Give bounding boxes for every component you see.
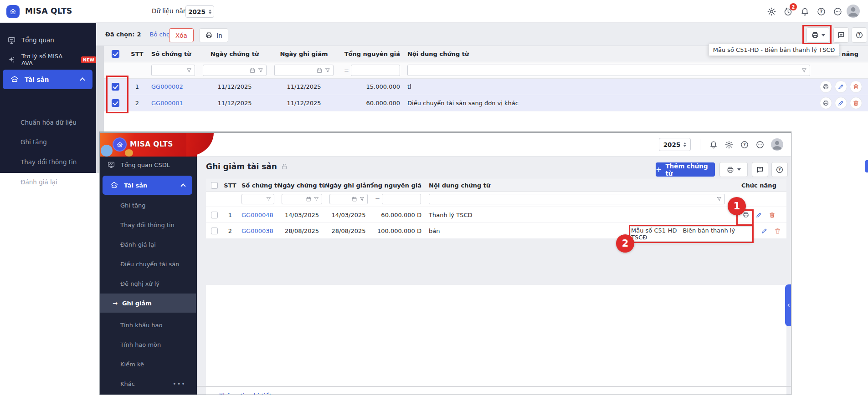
sidebar-sub-danh-gia[interactable]: Đánh giá lại bbox=[0, 172, 96, 192]
inner-app-logo-icon bbox=[113, 137, 127, 152]
svg-text:?: ? bbox=[779, 167, 781, 172]
inner-sub-thay-doi[interactable]: Thay đổi thông tin bbox=[100, 215, 196, 235]
print-dropdown-button[interactable] bbox=[806, 27, 829, 43]
inner-print-dropdown-button[interactable] bbox=[719, 162, 748, 177]
inner-sub-tinh-hao-mon[interactable]: Tính hao mòn bbox=[100, 335, 196, 354]
inner-settings-icon[interactable] bbox=[724, 139, 734, 150]
filter-ngay-ghi-giam[interactable] bbox=[329, 194, 368, 204]
voucher-link[interactable]: GG000001 bbox=[151, 100, 183, 106]
app-logo-icon[interactable] bbox=[6, 5, 20, 18]
filter-so-chung-tu[interactable] bbox=[241, 194, 274, 204]
voucher-link[interactable]: GG000038 bbox=[241, 228, 273, 234]
filter-tong-nguyen-gia[interactable] bbox=[382, 194, 421, 204]
cell-ngay-chung-tu: 11/12/2025 bbox=[199, 79, 271, 95]
inner-feedback-button[interactable] bbox=[752, 162, 768, 177]
inner-notifications-icon[interactable] bbox=[708, 139, 719, 150]
inner-sub-ghi-giam-active[interactable]: → Ghi giảm bbox=[100, 294, 196, 313]
help-button[interactable]: ? bbox=[852, 27, 867, 43]
row-delete-button[interactable] bbox=[850, 97, 862, 109]
app-title: MISA QLTS bbox=[25, 6, 72, 15]
filter-noi-dung[interactable] bbox=[407, 65, 810, 76]
calendar-icon bbox=[306, 196, 312, 202]
ellipsis-icon: ••• bbox=[173, 380, 186, 387]
select-all-checkbox[interactable] bbox=[112, 50, 119, 58]
new-badge: NEW bbox=[81, 56, 96, 63]
inner-sub-dieu-chuyen[interactable]: Điều chuyển tài sản bbox=[100, 254, 196, 274]
row-edit-button[interactable] bbox=[835, 97, 847, 109]
sidebar-item-tai-san[interactable]: Tài sản bbox=[3, 70, 92, 89]
settings-icon[interactable] bbox=[766, 6, 777, 17]
row-print-button[interactable] bbox=[820, 81, 832, 93]
delete-button[interactable]: Xóa bbox=[169, 28, 194, 42]
row-checkbox[interactable] bbox=[112, 83, 119, 91]
row-checkbox[interactable] bbox=[112, 99, 119, 107]
inner-sub-kiem-ke[interactable]: Kiểm kê bbox=[100, 354, 196, 374]
equals-operator[interactable]: = bbox=[344, 67, 349, 74]
inner-sub-tinh-khau-hao[interactable]: Tính khấu hao bbox=[100, 315, 196, 335]
selected-label: Đã chọn: bbox=[105, 31, 135, 38]
filter-noi-dung[interactable] bbox=[429, 194, 725, 204]
more-icon[interactable] bbox=[832, 6, 843, 17]
inner-sub-danh-gia[interactable]: Đánh giá lại bbox=[100, 235, 196, 254]
voucher-link[interactable]: GG000002 bbox=[151, 83, 183, 90]
details-tab-row: Thông tin chi tiết bbox=[206, 387, 786, 395]
sidebar-item-tong-quan[interactable]: Tổng quan bbox=[0, 31, 96, 49]
inner-more-icon[interactable] bbox=[755, 139, 765, 150]
inner-sidebar-tai-san[interactable]: Tài sản bbox=[103, 176, 192, 195]
print-button[interactable]: In bbox=[199, 28, 228, 42]
filter-ngay-chung-tu[interactable] bbox=[203, 65, 267, 76]
inner-user-avatar[interactable] bbox=[771, 138, 783, 151]
row-delete-button[interactable] bbox=[768, 210, 777, 219]
inner-sub-de-nghi[interactable]: Đề nghị xử lý bbox=[100, 274, 196, 294]
row-print-button[interactable] bbox=[820, 97, 832, 109]
row-edit-button[interactable] bbox=[835, 81, 847, 93]
sidebar-label: Tổng quan bbox=[21, 36, 54, 44]
inner-sub-khac[interactable]: Khác ••• bbox=[100, 374, 196, 394]
row-delete-button[interactable] bbox=[850, 81, 862, 93]
inner-year-selector[interactable]: 2025 bbox=[659, 138, 691, 151]
sidebar-sub-thay-doi[interactable]: Thay đổi thông tin bbox=[0, 152, 96, 172]
sidebar-sub-chuan-hoa[interactable]: Chuẩn hóa dữ liệu bbox=[0, 112, 96, 132]
inner-help-button[interactable]: ? bbox=[771, 162, 788, 177]
overview-icon bbox=[7, 36, 16, 45]
cell-tong-nguyen-gia: 60.000.000 bbox=[337, 95, 404, 111]
sidebar-item-tro-ly-ava[interactable]: Trợ lý số MISA AVA NEW bbox=[0, 51, 96, 69]
inner-sidebar-tong-quan-csdl[interactable]: Tổng quan CSDL bbox=[100, 157, 196, 173]
inner-help-icon[interactable]: ? bbox=[739, 139, 750, 150]
lock-open-icon[interactable] bbox=[281, 163, 288, 170]
print-template-tooltip: Mẫu số C51-HD - Biên bản thanh lý TSCĐ bbox=[709, 44, 839, 56]
table-row[interactable]: 2 GG000001 11/12/2025 11/12/2025 60.000.… bbox=[104, 95, 868, 111]
row-checkbox[interactable] bbox=[211, 212, 218, 218]
row-edit-button[interactable] bbox=[755, 210, 764, 219]
feedback-button[interactable] bbox=[833, 27, 849, 43]
voucher-link[interactable]: GG000048 bbox=[241, 212, 273, 218]
chevron-down-icon[interactable] bbox=[776, 392, 783, 395]
year-spinner[interactable] bbox=[209, 8, 211, 15]
notifications-icon[interactable] bbox=[799, 6, 810, 17]
filter-ngay-ghi-giam[interactable] bbox=[274, 65, 334, 76]
collapsed-panel-tab[interactable] bbox=[865, 160, 868, 172]
inner-table-header-row: STT Số chứng từ Ngày chứng từ Ngày ghi g… bbox=[206, 179, 786, 192]
svg-text:?: ? bbox=[743, 142, 746, 147]
filter-so-chung-tu[interactable] bbox=[151, 65, 195, 76]
inner-sub-ghi-tang[interactable]: Ghi tăng bbox=[100, 196, 196, 215]
filter-ngay-chung-tu[interactable] bbox=[282, 194, 322, 204]
help-icon[interactable]: ? bbox=[816, 6, 827, 17]
row-delete-button[interactable] bbox=[773, 226, 782, 235]
filter-tong-nguyen-gia[interactable] bbox=[351, 65, 400, 76]
sidebar-sub-ghi-tang[interactable]: Ghi tăng bbox=[0, 132, 96, 152]
year-selector[interactable]: 2025 bbox=[185, 5, 214, 18]
tab-thong-tin-chi-tiet[interactable]: Thông tin chi tiết bbox=[219, 392, 272, 395]
row-checkbox[interactable] bbox=[211, 228, 218, 234]
select-all-checkbox[interactable] bbox=[211, 182, 218, 189]
add-voucher-button[interactable]: + Thêm chứng từ bbox=[656, 162, 715, 177]
inner-collapsed-panel-tab[interactable] bbox=[785, 284, 791, 326]
user-avatar[interactable] bbox=[847, 5, 860, 18]
year-spinner[interactable] bbox=[683, 141, 686, 148]
inner-table-row[interactable]: 1 GG000048 14/03/2025 14/03/2025 60.000.… bbox=[206, 207, 786, 223]
svg-text:?: ? bbox=[858, 33, 861, 37]
row-edit-button[interactable] bbox=[760, 226, 769, 235]
table-row[interactable]: 1 GG000002 11/12/2025 11/12/2025 15.000.… bbox=[104, 79, 868, 95]
history-icon[interactable]: 2 bbox=[782, 6, 793, 17]
equals-operator[interactable]: = bbox=[375, 196, 380, 203]
